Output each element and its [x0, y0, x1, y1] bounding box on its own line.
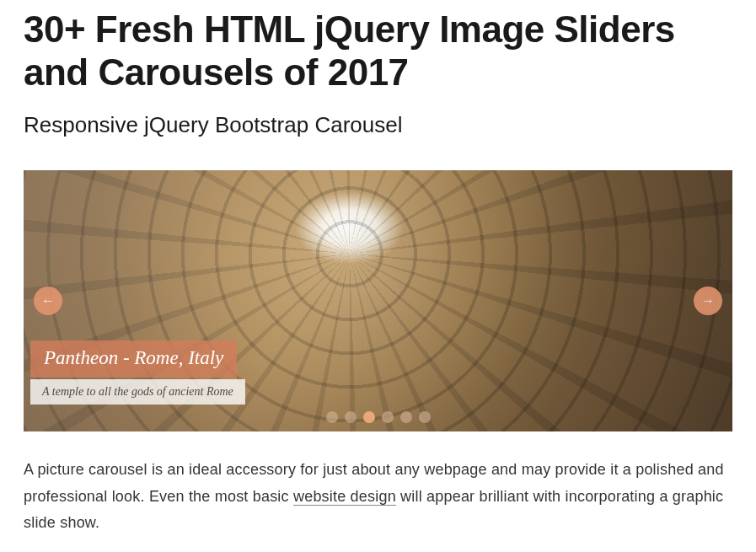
carousel-dot[interactable] [326, 411, 338, 423]
carousel-caption: Pantheon - Rome, Italy A temple to all t… [30, 340, 245, 405]
intro-paragraph: A picture carousel is an ideal accessory… [24, 457, 732, 537]
caption-subtitle: A temple to all the gods of ancient Rome [30, 379, 245, 405]
carousel-dot[interactable] [419, 411, 431, 423]
carousel-dot[interactable] [382, 411, 394, 423]
website-design-link[interactable]: website design [293, 488, 396, 506]
carousel-dot[interactable] [400, 411, 412, 423]
page-subtitle: Responsive jQuery Bootstrap Carousel [24, 112, 732, 138]
page-title: 30+ Fresh HTML jQuery Image Sliders and … [24, 8, 732, 94]
image-carousel: ← → Pantheon - Rome, Italy A temple to a… [24, 170, 732, 431]
arrow-right-icon: → [701, 293, 715, 308]
carousel-dot[interactable] [345, 411, 357, 423]
carousel-dots [326, 411, 431, 423]
arrow-left-icon: ← [41, 293, 55, 308]
carousel-next-button[interactable]: → [694, 287, 722, 315]
carousel-prev-button[interactable]: ← [34, 287, 62, 315]
caption-title: Pantheon - Rome, Italy [30, 340, 237, 378]
carousel-dot[interactable] [363, 411, 375, 423]
